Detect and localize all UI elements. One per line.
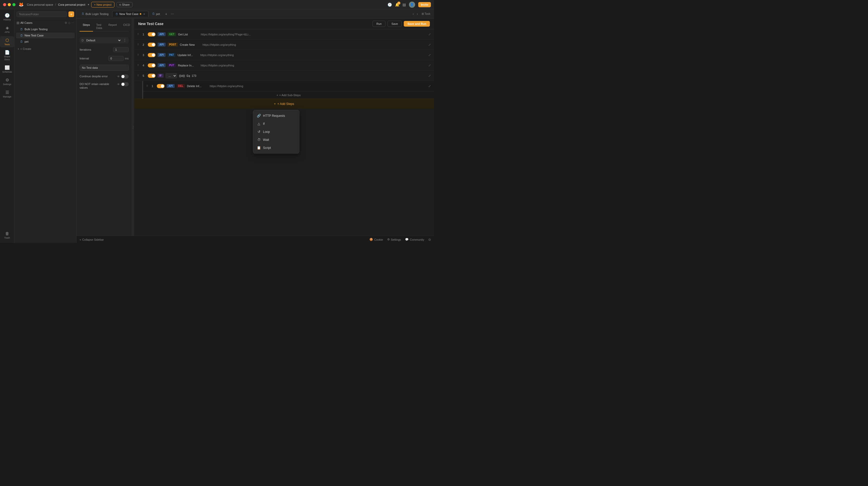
drag-handle-2[interactable]: ⠿ bbox=[137, 43, 139, 46]
tab-more-button[interactable]: ⋯ bbox=[169, 11, 176, 16]
drag-handle-3[interactable]: ⠿ bbox=[137, 54, 139, 56]
sub-tab-report[interactable]: Report bbox=[105, 22, 120, 32]
sidebar-item-tests[interactable]: ⬡ Tests bbox=[0, 36, 14, 48]
iterations-input[interactable] bbox=[113, 47, 129, 52]
help-icon[interactable]: ⊙ bbox=[428, 238, 431, 241]
save-button[interactable]: Save bbox=[388, 21, 402, 27]
dropdown-loop-label: Loop bbox=[263, 130, 270, 134]
drag-handle-5[interactable]: ⠿ bbox=[137, 74, 139, 77]
step-toggle-4[interactable] bbox=[148, 63, 156, 67]
sidebar-item-settings[interactable]: ⚙ Settings bbox=[0, 76, 14, 87]
tab-pet[interactable]: 🗒 pet bbox=[149, 11, 163, 17]
continue-error-eye-icon[interactable]: 👁 bbox=[117, 75, 120, 78]
task-button[interactable]: ⊞ Task bbox=[420, 11, 432, 16]
settings-small-icon[interactable]: ⚙ bbox=[65, 21, 67, 25]
dropdown-http-requests[interactable]: 🔗 HTTP Requests bbox=[253, 112, 299, 120]
if-icon: △ bbox=[257, 122, 261, 126]
step-expand-3[interactable]: ⤢ bbox=[428, 53, 431, 57]
no-retain-toggle[interactable] bbox=[121, 82, 129, 86]
sub-tab-steps[interactable]: Steps bbox=[80, 22, 93, 32]
tab-nav: ‹ › ⊞ Task bbox=[412, 11, 432, 16]
community-button[interactable]: 💬 Community bbox=[405, 238, 424, 241]
iterations-label: Iterations bbox=[80, 48, 91, 51]
sub-tab-cicd[interactable]: CICD bbox=[120, 22, 133, 32]
sidebar-item-apis[interactable]: ◈ APIs bbox=[0, 24, 14, 35]
env-more-icon[interactable]: ⋮ bbox=[123, 38, 127, 42]
project-name[interactable]: Cora personal project bbox=[58, 3, 85, 6]
clock-icon[interactable]: 🕐 bbox=[388, 3, 392, 7]
cookie-button[interactable]: 🍪 Cookie bbox=[369, 238, 383, 241]
search-input[interactable] bbox=[17, 11, 67, 17]
dropdown-wait[interactable]: ⏱ Wait bbox=[253, 136, 299, 144]
file-item-bulk-login[interactable]: 🗒 Bulk Login Testing bbox=[16, 26, 75, 32]
step-expand-1[interactable]: ⤢ bbox=[428, 33, 431, 36]
settings-bottom-button[interactable]: ⚙ Settings bbox=[387, 238, 401, 241]
invite-button[interactable]: Invite bbox=[418, 2, 431, 7]
tab-new-test[interactable]: 🗒 New Test Case ✕ bbox=[112, 11, 149, 17]
drag-handle-1[interactable]: ⠿ bbox=[137, 33, 139, 36]
interval-label: Interval bbox=[80, 57, 89, 60]
layout-icon[interactable]: ▤ bbox=[402, 3, 406, 7]
sidebar-item-schemas[interactable]: ⬜ Schemas bbox=[0, 64, 14, 75]
test-data-select[interactable]: No Test data bbox=[80, 65, 129, 71]
more-icon[interactable]: ⋯ bbox=[71, 21, 74, 25]
step-toggle-5[interactable] bbox=[148, 74, 156, 78]
run-button[interactable]: Run bbox=[373, 21, 385, 27]
minimize-button[interactable] bbox=[8, 3, 11, 6]
iterations-row: Iterations bbox=[80, 47, 129, 52]
save-and-run-button[interactable]: Save and Run bbox=[404, 21, 430, 27]
step-toggle-2[interactable] bbox=[148, 42, 156, 47]
tab-close-icon[interactable]: ✕ bbox=[143, 13, 145, 16]
no-retain-eye-icon[interactable]: 👁 bbox=[117, 83, 120, 86]
project-caret-icon[interactable]: ▾ bbox=[88, 3, 89, 6]
sub-tab-test-data[interactable]: Test Data bbox=[93, 22, 105, 32]
env-selector[interactable]: D Default ⋮ bbox=[80, 37, 129, 44]
dropdown-if[interactable]: △ If bbox=[253, 120, 299, 128]
create-button[interactable]: + + Create bbox=[14, 46, 76, 52]
sidebar-item-manage[interactable]: ☰ Manage bbox=[0, 88, 14, 100]
add-substeps-button[interactable]: + + Add Sub-Steps bbox=[143, 91, 434, 99]
tab-bar: 🗒 Bulk Login Testing 🗒 New Test Case ✕ 🗒… bbox=[76, 9, 434, 19]
new-project-button[interactable]: + New project bbox=[91, 2, 115, 7]
if-dropdown-5[interactable]: ... bbox=[165, 73, 177, 78]
substep-drag-handle-1[interactable]: ⠿ bbox=[146, 85, 148, 87]
share-button[interactable]: ⎋ Share bbox=[117, 2, 132, 7]
step-toggle-1[interactable] bbox=[148, 32, 156, 36]
tab-nav-back[interactable]: ‹ bbox=[412, 11, 415, 16]
sidebar-item-sharedocs[interactable]: 📄 Share Docs bbox=[0, 48, 14, 62]
file-name-bulk: Bulk Login Testing bbox=[25, 28, 48, 31]
step-url-4: https://httpbin.org/anything bbox=[201, 64, 426, 67]
continue-error-toggle[interactable] bbox=[121, 75, 129, 79]
collapse-icon: « bbox=[80, 238, 81, 241]
tab-nav-forward[interactable]: › bbox=[416, 11, 419, 16]
step-expand-4[interactable]: ⤢ bbox=[428, 64, 431, 67]
substep-toggle-1[interactable] bbox=[157, 84, 164, 88]
step-expand-2[interactable]: ⤢ bbox=[428, 43, 431, 47]
dropdown-loop[interactable]: ↺ Loop bbox=[253, 128, 299, 136]
tab-bulk-login[interactable]: 🗒 Bulk Login Testing bbox=[79, 11, 112, 17]
add-case-button[interactable]: + bbox=[68, 11, 74, 17]
dropdown-script[interactable]: 📋 Script bbox=[253, 144, 299, 152]
titlebar-right: 🕐 🔔 3 ▤ 👤 Invite bbox=[388, 2, 431, 8]
substep-expand-1[interactable]: ⤢ bbox=[428, 84, 431, 88]
step-expand-5[interactable]: ⤢ bbox=[428, 74, 431, 78]
file-item-new-test[interactable]: 🗒 New Test Case bbox=[16, 33, 75, 38]
step-toggle-3[interactable] bbox=[148, 53, 156, 57]
notification-bell[interactable]: 🔔 3 bbox=[395, 3, 399, 7]
avatar[interactable]: 👤 bbox=[409, 2, 415, 8]
env-dropdown[interactable]: Default bbox=[85, 38, 121, 42]
drag-handle-4[interactable]: ⠿ bbox=[137, 64, 139, 67]
diamond-icon[interactable]: ◇ bbox=[68, 21, 70, 25]
add-steps-button[interactable]: + + Add Steps bbox=[134, 99, 434, 109]
panel-resizer[interactable] bbox=[132, 19, 134, 236]
step-row-2: ⠿ 2 API POST Create New https://httpbin.… bbox=[134, 39, 434, 50]
close-button[interactable] bbox=[3, 3, 6, 6]
interval-input[interactable] bbox=[108, 56, 124, 61]
file-item-pet[interactable]: 🗒 pet bbox=[16, 39, 75, 45]
collapse-sidebar-button[interactable]: « Collapse Sidebar bbox=[80, 238, 104, 241]
sidebar-item-trash[interactable]: 🗑 Trash bbox=[0, 230, 14, 241]
sidebar-item-history[interactable]: 🕐 History bbox=[0, 11, 14, 23]
tab-add-button[interactable]: + bbox=[163, 11, 169, 17]
notification-badge: 3 bbox=[397, 2, 400, 5]
maximize-button[interactable] bbox=[12, 3, 16, 6]
